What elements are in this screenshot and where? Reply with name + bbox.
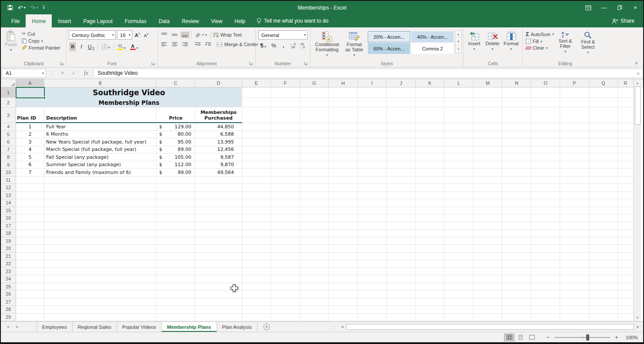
cell-P6[interactable]: [560, 138, 589, 146]
cell-M8[interactable]: [474, 154, 502, 161]
cell-Q20[interactable]: [589, 245, 618, 253]
scroll-right-icon[interactable]: ►: [634, 325, 641, 329]
cell-E28[interactable]: [242, 306, 271, 314]
cell-D12[interactable]: [195, 184, 242, 192]
cell-C9[interactable]: $112.00: [157, 161, 195, 169]
cell-K9[interactable]: [416, 161, 444, 169]
font-dialog-launcher[interactable]: [151, 61, 156, 66]
format-cells-button[interactable]: Format ▾: [502, 30, 520, 53]
cell-I7[interactable]: [358, 146, 387, 154]
cell-G19[interactable]: [300, 237, 329, 245]
cell-B19[interactable]: [44, 237, 157, 245]
cell-J12[interactable]: [387, 184, 416, 192]
cell-G3[interactable]: [300, 107, 329, 123]
font-size-combo[interactable]: 16 ▾: [117, 30, 132, 40]
row-header-15[interactable]: 15: [1, 207, 16, 215]
cell-N12[interactable]: [502, 184, 531, 192]
cell-K2[interactable]: [416, 98, 444, 107]
cell-J8[interactable]: [387, 154, 416, 161]
cell-J25[interactable]: [387, 283, 416, 291]
row-header-6[interactable]: 6: [1, 138, 16, 146]
cell-E29[interactable]: [242, 314, 271, 321]
cell-A18[interactable]: [16, 230, 44, 237]
cell-N7[interactable]: [502, 146, 531, 154]
cell-C23[interactable]: [157, 268, 195, 276]
cell-J6[interactable]: [387, 138, 416, 146]
cancel-icon[interactable]: ×: [57, 70, 68, 76]
cell-C8[interactable]: $105.00: [157, 154, 195, 161]
zoom-out-button[interactable]: −: [545, 334, 551, 341]
cell-B11[interactable]: [44, 177, 157, 184]
cell-J17[interactable]: [387, 222, 416, 230]
column-header-K[interactable]: K: [416, 79, 444, 87]
cell-E6[interactable]: [242, 138, 271, 146]
sheet-tab-plan-analysis[interactable]: Plan Analysis: [217, 322, 257, 332]
cell-C26[interactable]: [157, 291, 195, 298]
row-header-19[interactable]: 19: [1, 237, 16, 245]
cell-R24[interactable]: [618, 275, 634, 283]
cell-B8[interactable]: Fall Special (any package): [44, 154, 157, 161]
cell-J18[interactable]: [387, 230, 416, 237]
row-header-5[interactable]: 5: [1, 131, 16, 139]
cell-A25[interactable]: [16, 283, 44, 291]
row-header-2[interactable]: 2: [1, 98, 16, 107]
cell-L10[interactable]: [444, 169, 474, 177]
cell-N13[interactable]: [502, 192, 531, 200]
cell-A12[interactable]: [16, 184, 44, 192]
cell-Q22[interactable]: [589, 260, 618, 268]
cell-M23[interactable]: [474, 268, 502, 276]
cell-J26[interactable]: [387, 291, 416, 298]
cell-R18[interactable]: [618, 230, 634, 237]
cell-E21[interactable]: [242, 253, 271, 261]
cell-J11[interactable]: [387, 177, 416, 184]
cell-A7[interactable]: 4: [16, 146, 44, 154]
cell-O10[interactable]: [531, 169, 560, 177]
vertical-scrollbar[interactable]: ▲ ▼: [634, 79, 641, 321]
header-cell-A3[interactable]: Plan ID: [16, 107, 44, 123]
cell-I29[interactable]: [358, 314, 387, 321]
horizontal-scroll-thumb[interactable]: [346, 324, 634, 330]
cell-P13[interactable]: [560, 192, 589, 200]
cell-I23[interactable]: [358, 268, 387, 276]
cell-P12[interactable]: [560, 184, 589, 192]
cell-R11[interactable]: [618, 177, 634, 184]
cell-N17[interactable]: [502, 222, 531, 230]
cell-I19[interactable]: [358, 237, 387, 245]
cell-A9[interactable]: 6: [16, 161, 44, 169]
cell-R27[interactable]: [618, 298, 634, 306]
cell-A24[interactable]: [16, 275, 44, 283]
format-painter-button[interactable]: Format Painter: [22, 45, 60, 50]
cell-E25[interactable]: [242, 283, 271, 291]
cell-G16[interactable]: [300, 214, 329, 222]
cell-L25[interactable]: [444, 283, 474, 291]
cell-I21[interactable]: [358, 253, 387, 261]
cell-D22[interactable]: [195, 260, 242, 268]
cell-R13[interactable]: [618, 192, 634, 200]
cell-D17[interactable]: [195, 222, 242, 230]
find-select-button[interactable]: Find & Select ▾: [577, 30, 599, 57]
row-header-21[interactable]: 21: [1, 253, 16, 261]
cell-Q5[interactable]: [589, 131, 618, 139]
cell-C15[interactable]: [157, 207, 195, 215]
cell-F13[interactable]: [271, 192, 300, 200]
cell-A17[interactable]: [16, 222, 44, 230]
cell-K3[interactable]: [416, 107, 444, 123]
cell-P7[interactable]: [560, 146, 589, 154]
cell-J22[interactable]: [387, 260, 416, 268]
cell-I2[interactable]: [358, 98, 387, 107]
cell-I5[interactable]: [358, 131, 387, 139]
cell-A4[interactable]: 1: [16, 123, 44, 131]
cell-B7[interactable]: March Special (full package, full year): [44, 146, 157, 154]
header-cell-B3[interactable]: Description: [44, 107, 157, 123]
cell-O21[interactable]: [531, 253, 560, 261]
scroll-up-icon[interactable]: ▲: [634, 79, 641, 87]
cell-R1[interactable]: [618, 87, 634, 98]
cell-L24[interactable]: [444, 275, 474, 283]
cell-O18[interactable]: [531, 230, 560, 237]
cell-E24[interactable]: [242, 275, 271, 283]
cell-M6[interactable]: [474, 138, 502, 146]
font-color-button[interactable]: A ▾: [129, 43, 139, 50]
cell-E7[interactable]: [242, 146, 271, 154]
cell-I13[interactable]: [358, 192, 387, 200]
cell-Q12[interactable]: [589, 184, 618, 192]
